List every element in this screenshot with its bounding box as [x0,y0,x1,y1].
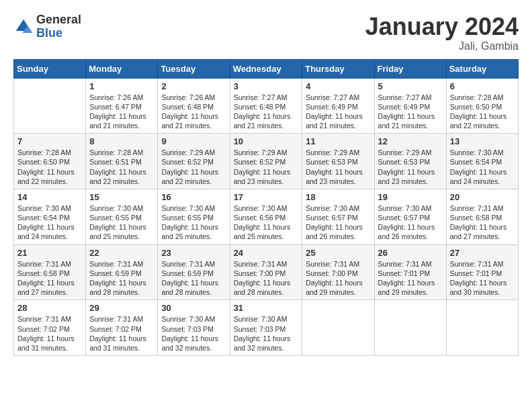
logo: General Blue [13,13,81,40]
day-number: 17 [234,192,299,202]
day-number: 13 [450,136,515,146]
calendar-cell [14,78,86,134]
calendar-cell: 19Sunrise: 7:30 AM Sunset: 6:57 PM Dayli… [374,189,446,244]
day-number: 3 [234,81,299,91]
calendar-cell: 6Sunrise: 7:28 AM Sunset: 6:50 PM Daylig… [446,78,518,134]
calendar-cell: 23Sunrise: 7:31 AM Sunset: 6:59 PM Dayli… [158,244,230,300]
day-number: 14 [17,192,82,202]
calendar-subtitle: Jali, Gambia [365,40,519,52]
logo-general-text: General [36,13,81,27]
calendar-cell: 7Sunrise: 7:28 AM Sunset: 6:50 PM Daylig… [14,134,86,189]
day-info: Sunrise: 7:27 AM Sunset: 6:49 PM Dayligh… [306,93,370,131]
day-number: 25 [306,248,370,258]
calendar-cell: 12Sunrise: 7:29 AM Sunset: 6:53 PM Dayli… [374,134,446,189]
day-number: 28 [17,303,82,313]
day-number: 5 [378,81,443,91]
day-info: Sunrise: 7:30 AM Sunset: 6:54 PM Dayligh… [17,203,82,242]
calendar-cell: 15Sunrise: 7:30 AM Sunset: 6:55 PM Dayli… [86,189,158,244]
day-info: Sunrise: 7:30 AM Sunset: 6:57 PM Dayligh… [378,203,443,242]
calendar-table: SundayMondayTuesdayWednesdayThursdayFrid… [13,59,519,356]
day-info: Sunrise: 7:30 AM Sunset: 6:54 PM Dayligh… [450,148,515,186]
calendar-cell: 9Sunrise: 7:29 AM Sunset: 6:52 PM Daylig… [158,134,230,189]
calendar-cell: 14Sunrise: 7:30 AM Sunset: 6:54 PM Dayli… [14,189,86,244]
calendar-cell: 24Sunrise: 7:31 AM Sunset: 7:00 PM Dayli… [230,244,302,300]
calendar-cell: 25Sunrise: 7:31 AM Sunset: 7:00 PM Dayli… [302,244,374,300]
day-info: Sunrise: 7:27 AM Sunset: 6:49 PM Dayligh… [378,93,443,131]
calendar-cell: 20Sunrise: 7:31 AM Sunset: 6:58 PM Dayli… [446,189,518,244]
day-number: 6 [450,81,515,91]
page-header: General Blue January 2024 Jali, Gambia [13,13,519,52]
day-info: Sunrise: 7:31 AM Sunset: 7:00 PM Dayligh… [234,259,299,298]
calendar-cell: 31Sunrise: 7:30 AM Sunset: 7:03 PM Dayli… [230,300,302,356]
day-number: 8 [89,136,154,146]
calendar-cell: 28Sunrise: 7:31 AM Sunset: 7:02 PM Dayli… [14,300,86,356]
calendar-cell: 18Sunrise: 7:30 AM Sunset: 6:57 PM Dayli… [302,189,374,244]
day-info: Sunrise: 7:28 AM Sunset: 6:51 PM Dayligh… [89,148,154,186]
day-info: Sunrise: 7:31 AM Sunset: 7:02 PM Dayligh… [17,314,82,353]
calendar-cell: 27Sunrise: 7:31 AM Sunset: 7:01 PM Dayli… [446,244,518,300]
calendar-cell: 5Sunrise: 7:27 AM Sunset: 6:49 PM Daylig… [374,78,446,134]
day-info: Sunrise: 7:31 AM Sunset: 7:00 PM Dayligh… [306,259,370,298]
day-info: Sunrise: 7:31 AM Sunset: 6:58 PM Dayligh… [17,259,82,298]
day-number: 27 [450,248,515,258]
calendar-cell: 11Sunrise: 7:29 AM Sunset: 6:53 PM Dayli… [302,134,374,189]
calendar-header: SundayMondayTuesdayWednesdayThursdayFrid… [14,59,519,78]
calendar-cell: 29Sunrise: 7:31 AM Sunset: 7:02 PM Dayli… [86,300,158,356]
day-number: 31 [234,303,299,313]
week-row-2: 7Sunrise: 7:28 AM Sunset: 6:50 PM Daylig… [14,134,519,189]
header-tuesday: Tuesday [158,59,230,78]
day-number: 29 [89,303,154,313]
day-info: Sunrise: 7:28 AM Sunset: 6:50 PM Dayligh… [17,148,82,186]
day-info: Sunrise: 7:26 AM Sunset: 6:47 PM Dayligh… [89,93,154,131]
calendar-cell: 1Sunrise: 7:26 AM Sunset: 6:47 PM Daylig… [86,78,158,134]
day-info: Sunrise: 7:31 AM Sunset: 7:02 PM Dayligh… [89,314,154,353]
day-info: Sunrise: 7:30 AM Sunset: 6:55 PM Dayligh… [89,203,154,242]
calendar-cell: 2Sunrise: 7:26 AM Sunset: 6:48 PM Daylig… [158,78,230,134]
week-row-1: 1Sunrise: 7:26 AM Sunset: 6:47 PM Daylig… [14,78,519,134]
day-info: Sunrise: 7:29 AM Sunset: 6:53 PM Dayligh… [378,148,443,186]
day-info: Sunrise: 7:29 AM Sunset: 6:52 PM Dayligh… [234,148,299,186]
calendar-cell: 22Sunrise: 7:31 AM Sunset: 6:59 PM Dayli… [86,244,158,300]
logo-blue-text: Blue [36,27,81,40]
day-number: 9 [161,136,226,146]
header-friday: Friday [374,59,446,78]
week-row-3: 14Sunrise: 7:30 AM Sunset: 6:54 PM Dayli… [14,189,519,244]
day-info: Sunrise: 7:28 AM Sunset: 6:50 PM Dayligh… [450,93,515,131]
day-number: 30 [161,303,226,313]
header-sunday: Sunday [14,59,86,78]
day-info: Sunrise: 7:31 AM Sunset: 6:59 PM Dayligh… [89,259,154,298]
day-number: 15 [89,192,154,202]
day-number: 20 [450,192,515,202]
day-number: 18 [306,192,370,202]
day-info: Sunrise: 7:29 AM Sunset: 6:53 PM Dayligh… [306,148,370,186]
calendar-cell [446,300,518,356]
day-number: 11 [306,136,370,146]
day-number: 24 [234,248,299,258]
calendar-cell: 17Sunrise: 7:30 AM Sunset: 6:56 PM Dayli… [230,189,302,244]
calendar-cell [374,300,446,356]
header-monday: Monday [86,59,158,78]
day-number: 16 [161,192,226,202]
calendar-cell: 13Sunrise: 7:30 AM Sunset: 6:54 PM Dayli… [446,134,518,189]
day-number: 21 [17,248,82,258]
calendar-cell: 30Sunrise: 7:30 AM Sunset: 7:03 PM Dayli… [158,300,230,356]
header-wednesday: Wednesday [230,59,302,78]
day-info: Sunrise: 7:31 AM Sunset: 6:59 PM Dayligh… [161,259,226,298]
day-info: Sunrise: 7:26 AM Sunset: 6:48 PM Dayligh… [161,93,226,131]
day-info: Sunrise: 7:30 AM Sunset: 7:03 PM Dayligh… [161,314,226,353]
day-number: 22 [89,248,154,258]
day-number: 23 [161,248,226,258]
day-info: Sunrise: 7:29 AM Sunset: 6:52 PM Dayligh… [161,148,226,186]
calendar-cell [302,300,374,356]
logo-icon [13,17,34,37]
calendar-cell: 3Sunrise: 7:27 AM Sunset: 6:48 PM Daylig… [230,78,302,134]
calendar-cell: 4Sunrise: 7:27 AM Sunset: 6:49 PM Daylig… [302,78,374,134]
calendar-cell: 21Sunrise: 7:31 AM Sunset: 6:58 PM Dayli… [14,244,86,300]
day-info: Sunrise: 7:31 AM Sunset: 6:58 PM Dayligh… [450,203,515,242]
calendar-cell: 8Sunrise: 7:28 AM Sunset: 6:51 PM Daylig… [86,134,158,189]
calendar-cell: 10Sunrise: 7:29 AM Sunset: 6:52 PM Dayli… [230,134,302,189]
day-info: Sunrise: 7:27 AM Sunset: 6:48 PM Dayligh… [234,93,299,131]
title-block: January 2024 Jali, Gambia [365,13,519,52]
day-info: Sunrise: 7:31 AM Sunset: 7:01 PM Dayligh… [378,259,443,298]
day-number: 26 [378,248,443,258]
